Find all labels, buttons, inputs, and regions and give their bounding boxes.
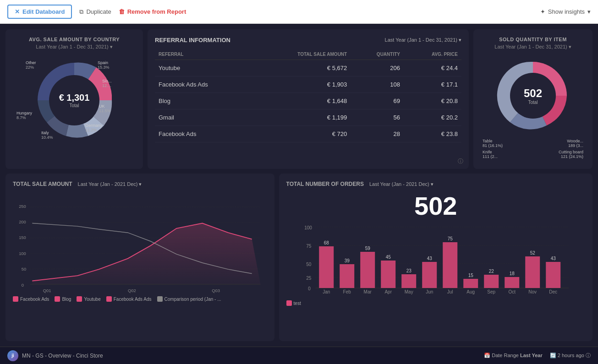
footer-left: ji MN - GS - Overview - Cinci Store xyxy=(7,350,103,361)
svg-text:100: 100 xyxy=(304,225,312,230)
label-slo: Slo...12.... xyxy=(102,79,112,88)
referral-table: Referral TOTAL SALE AMOUNT QUANTITY AVG.… xyxy=(155,49,461,142)
svg-text:Mar: Mar xyxy=(363,289,372,294)
svg-text:75: 75 xyxy=(447,236,453,241)
svg-text:50: 50 xyxy=(306,262,312,267)
bar-chart-legend: test xyxy=(286,300,585,306)
svg-text:15: 15 xyxy=(468,273,473,278)
label-knife: Knife111 (2... xyxy=(483,150,498,159)
cell-referral: Youtube xyxy=(155,60,252,76)
cell-qty: 69 xyxy=(351,93,404,109)
footer-title: MN - GS - Overview - Cinci Store xyxy=(22,353,103,359)
bar-nov xyxy=(525,256,540,288)
cell-avg: € 23.8 xyxy=(404,126,461,142)
cell-avg: € 20.2 xyxy=(404,109,461,126)
bar-mar xyxy=(360,252,375,288)
svg-text:23: 23 xyxy=(406,268,411,273)
table-row: Gmail € 1,199 56 € 20.2 xyxy=(155,109,461,126)
svg-text:0: 0 xyxy=(308,286,311,291)
total-orders-date-filter[interactable]: Last Year (Jan - 2021 Dec) ▾ xyxy=(369,181,433,187)
bar-jul xyxy=(443,242,457,288)
total-sale-date-filter[interactable]: Last Year (Jan - 2021 Dec) ▾ xyxy=(78,181,142,187)
svg-text:Aug: Aug xyxy=(466,289,475,294)
toolbar-right: ✦ Show insights ▾ xyxy=(540,8,591,15)
total-orders-card: TOTAL NUMBER OF ORDERS Last Year (Jan - … xyxy=(279,174,593,341)
line-chart-legend: Facebook Ads Blog Youtube Facebook Ads A… xyxy=(13,296,267,302)
updated-info: 🔄 2 hours ago ⓘ xyxy=(550,352,591,359)
svg-text:43: 43 xyxy=(550,256,556,261)
line-chart-svg: 0 50 100 150 200 250 Q01 Q02 Q03 xyxy=(13,191,267,292)
table-row: Blog € 1,648 69 € 20.8 xyxy=(155,93,461,109)
info-icon: ⓘ xyxy=(458,158,463,165)
total-orders-header: TOTAL NUMBER OF ORDERS Last Year (Jan - … xyxy=(286,181,585,187)
avg-sale-center: € 1,301 Total xyxy=(59,92,90,108)
bottom-row: TOTAL SALE AMOUNT Last Year (Jan - 2021 … xyxy=(5,174,593,341)
brand-icon: ji xyxy=(7,350,18,361)
remove-label: Remove from Report xyxy=(127,8,187,15)
svg-text:43: 43 xyxy=(427,256,432,261)
label-cutting: Cutting board121 (24.1%) xyxy=(559,150,583,159)
footer-right: 📅 Date Range Last Year 🔄 2 hours ago ⓘ xyxy=(484,352,591,359)
duplicate-button[interactable]: ⧉ Duplicate xyxy=(79,8,111,16)
legend-youtube: Youtube xyxy=(77,296,100,302)
label-germany: Germany11.2% xyxy=(85,123,102,132)
svg-text:Q02: Q02 xyxy=(128,288,136,293)
legend-fb-ads: Facebook Ads xyxy=(13,296,49,302)
remove-from-report-button[interactable]: 🗑 Remove from Report xyxy=(119,8,187,15)
col-referral: Referral xyxy=(155,49,252,60)
footer: ji MN - GS - Overview - Cinci Store 📅 Da… xyxy=(0,347,598,364)
label-spain: Spain15.3% xyxy=(98,60,110,70)
svg-text:0: 0 xyxy=(22,283,24,288)
cell-referral: Gmail xyxy=(155,109,252,126)
svg-text:22: 22 xyxy=(488,269,494,274)
sold-qty-center-label: Total xyxy=(524,100,542,105)
duplicate-label: Duplicate xyxy=(86,8,111,15)
cell-total: € 720 xyxy=(252,126,351,142)
total-orders-big-number: 502 xyxy=(286,191,585,221)
sold-qty-center: 502 Total xyxy=(524,87,542,105)
cell-total: € 1,903 xyxy=(252,76,351,93)
label-italy: Italy10.4% xyxy=(41,130,53,140)
svg-text:Dec: Dec xyxy=(549,289,557,294)
bar-sep xyxy=(484,275,499,288)
avg-sale-subtitle[interactable]: Last Year (Jan 1 - Dec 31, 2021) ▾ xyxy=(13,44,136,50)
chevron-down-icon: ▾ xyxy=(587,8,591,15)
legend-comparison: Comparison period (Jan - ... xyxy=(157,296,221,302)
svg-text:18: 18 xyxy=(509,271,515,276)
cell-referral: Facebook Ads Ads xyxy=(155,76,252,93)
referral-header: REFERRAL INFORMATION Last Year (Jan 1 - … xyxy=(155,37,461,43)
sold-qty-subtitle[interactable]: Last Year (Jan 1 - Dec 31, 2021) ▾ xyxy=(481,44,585,50)
legend-fb-ads-ads: Facebook Ads Ads xyxy=(106,296,152,302)
edit-databoard-button[interactable]: ✕ Edit Databoard xyxy=(7,5,72,19)
date-range-info: 📅 Date Range Last Year xyxy=(484,353,543,359)
cell-qty: 206 xyxy=(351,60,404,76)
cell-avg: € 17.1 xyxy=(404,76,461,93)
bar-jan xyxy=(319,246,334,288)
referral-title: REFERRAL INFORMATION xyxy=(155,37,230,43)
svg-text:39: 39 xyxy=(344,258,350,263)
legend-blog: Blog xyxy=(55,296,71,302)
total-sale-header: TOTAL SALE AMOUNT Last Year (Jan - 2021 … xyxy=(13,181,267,187)
svg-text:100: 100 xyxy=(19,251,26,256)
col-avg: AVG. PRICE xyxy=(404,49,461,60)
svg-text:Feb: Feb xyxy=(343,289,351,294)
label-hungary: Hungary8.7% xyxy=(16,111,32,120)
bar-feb xyxy=(340,264,354,288)
svg-text:Nov: Nov xyxy=(528,289,537,294)
total-sale-card: TOTAL SALE AMOUNT Last Year (Jan - 2021 … xyxy=(5,174,274,341)
svg-text:200: 200 xyxy=(19,219,26,224)
duplicate-icon: ⧉ xyxy=(79,8,83,16)
col-total: TOTAL SALE AMOUNT xyxy=(252,49,351,60)
table-row: Facebook Ads Ads € 1,903 108 € 17.1 xyxy=(155,76,461,93)
cell-avg: € 24.4 xyxy=(404,60,461,76)
sold-qty-value: 502 xyxy=(524,87,542,100)
legend-test: test xyxy=(286,300,301,306)
bar-jun xyxy=(422,262,437,288)
cell-qty: 56 xyxy=(351,109,404,126)
svg-text:250: 250 xyxy=(19,204,26,209)
total-sale-title: TOTAL SALE AMOUNT xyxy=(13,181,72,187)
avg-sale-title: AVG. SALE AMOUNT BY COUNTRY xyxy=(13,37,136,42)
referral-date-filter[interactable]: Last Year (Jan 1 - Dec 31, 2021) ▾ xyxy=(385,37,461,43)
label-table: Table81 (16.1%) xyxy=(483,139,503,148)
show-insights-button[interactable]: ✦ Show insights ▾ xyxy=(540,8,591,15)
